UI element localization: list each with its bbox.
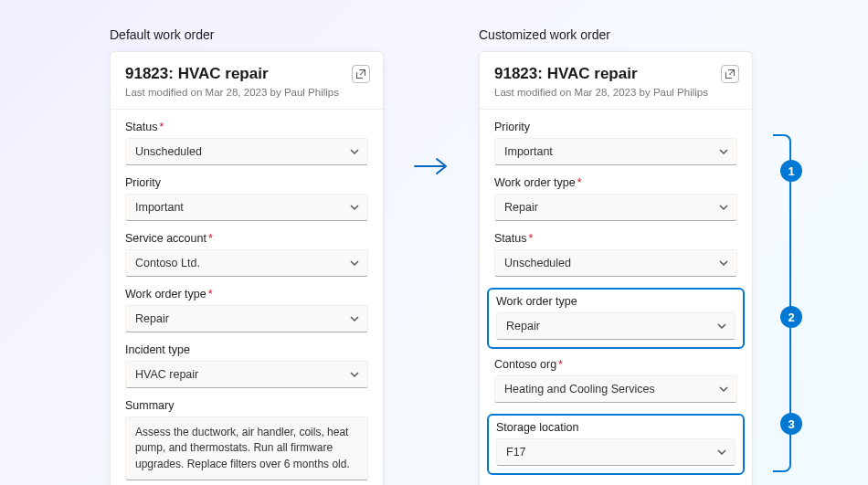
chevron-down-icon (718, 202, 729, 213)
chevron-down-icon (718, 258, 729, 269)
work-order-type-req-label: Work order type* (494, 176, 737, 189)
status-select[interactable]: Unscheduled (494, 249, 737, 277)
storage-location-select[interactable]: F17 (496, 438, 736, 466)
chevron-down-icon (349, 369, 360, 380)
priority-select[interactable]: Important (494, 138, 737, 165)
priority-label: Priority (494, 121, 737, 133)
work-order-type-select[interactable]: Repair (125, 305, 368, 332)
incident-type-field: Incident type HVAC repair (125, 343, 368, 388)
priority-value: Important (135, 201, 184, 214)
callout-number-1: 1 (780, 160, 802, 182)
work-order-type-field: Work order type* Repair (125, 288, 368, 332)
incident-type-select[interactable]: HVAC repair (125, 361, 368, 388)
status-value: Unscheduled (504, 257, 571, 269)
default-work-order-column: Default work order 91823: HVAC repair La… (110, 27, 384, 485)
customized-work-order-column: Customized work order 91823: HVAC repair… (479, 27, 753, 485)
card-subtitle: Last modified on Mar 28, 2023 by Paul Ph… (494, 87, 737, 98)
status-select[interactable]: Unscheduled (125, 138, 368, 165)
callout-number-2: 2 (780, 306, 802, 328)
chevron-down-icon (718, 146, 729, 157)
storage-location-label: Storage location (496, 421, 736, 434)
customized-title: Customized work order (479, 27, 753, 42)
arrow-right-icon (413, 155, 450, 177)
chevron-down-icon (718, 384, 729, 395)
chevron-down-icon (716, 321, 727, 332)
status-label: Status* (494, 232, 737, 245)
work-order-type-value: Repair (135, 312, 169, 325)
work-order-type-select[interactable]: Repair (496, 312, 736, 340)
status-field: Status* Unscheduled (125, 121, 368, 165)
contoso-org-select[interactable]: Heating and Cooling Services (494, 375, 737, 403)
card-header: 91823: HVAC repair Last modified on Mar … (111, 52, 383, 110)
summary-field: Summary Assess the ductwork, air handler… (125, 399, 368, 480)
highlight-work-order-type: Work order type Repair (487, 288, 745, 349)
contoso-org-label: Contoso org* (494, 358, 737, 371)
service-account-select[interactable]: Contoso Ltd. (125, 249, 368, 277)
storage-location-value: F17 (506, 446, 526, 459)
work-order-type-field: Work order type Repair (496, 295, 736, 340)
summary-label: Summary (125, 399, 368, 412)
card-title: 91823: HVAC repair (125, 65, 368, 83)
chevron-down-icon (716, 447, 727, 458)
card-title: 91823: HVAC repair (494, 65, 737, 83)
work-order-type-label: Work order type* (125, 288, 368, 300)
expand-icon[interactable] (721, 65, 739, 83)
highlight-storage-location: Storage location F17 (487, 414, 745, 475)
incident-type-label: Incident type (125, 343, 368, 356)
contoso-org-field: Contoso org* Heating and Cooling Service… (494, 358, 737, 403)
contoso-org-value: Heating and Cooling Services (504, 383, 655, 395)
callout-number-3: 3 (780, 413, 802, 435)
priority-field: Priority Important (125, 176, 368, 221)
priority-select[interactable]: Important (125, 194, 368, 221)
service-account-field: Service account* Contoso Ltd. (125, 232, 368, 277)
transition-arrow (413, 155, 450, 177)
priority-label: Priority (125, 176, 368, 189)
chevron-down-icon (349, 202, 360, 213)
card-subtitle: Last modified on Mar 28, 2023 by Paul Ph… (125, 87, 368, 98)
default-title: Default work order (110, 27, 384, 42)
work-order-type-value: Repair (506, 320, 540, 332)
card-header: 91823: HVAC repair Last modified on Mar … (480, 52, 752, 110)
expand-icon[interactable] (352, 65, 370, 83)
chevron-down-icon (349, 313, 360, 324)
service-account-value: Contoso Ltd. (135, 257, 200, 269)
priority-field: Priority Important (494, 121, 737, 165)
work-order-type-req-select[interactable]: Repair (494, 194, 737, 221)
chevron-down-icon (349, 258, 360, 269)
status-value: Unscheduled (135, 145, 202, 158)
default-card: 91823: HVAC repair Last modified on Mar … (110, 51, 384, 485)
status-label: Status* (125, 121, 368, 133)
incident-type-value: HVAC repair (135, 368, 198, 381)
work-order-type-req-value: Repair (504, 201, 538, 214)
work-order-type-label: Work order type (496, 295, 736, 308)
summary-textarea[interactable]: Assess the ductwork, air handler, coils,… (125, 416, 368, 480)
status-field: Status* Unscheduled (494, 232, 737, 277)
storage-location-field: Storage location F17 (496, 421, 736, 466)
priority-value: Important (504, 145, 553, 158)
customized-card: 91823: HVAC repair Last modified on Mar … (479, 51, 753, 485)
work-order-type-req-field: Work order type* Repair (494, 176, 737, 221)
chevron-down-icon (349, 146, 360, 157)
service-account-label: Service account* (125, 232, 368, 245)
